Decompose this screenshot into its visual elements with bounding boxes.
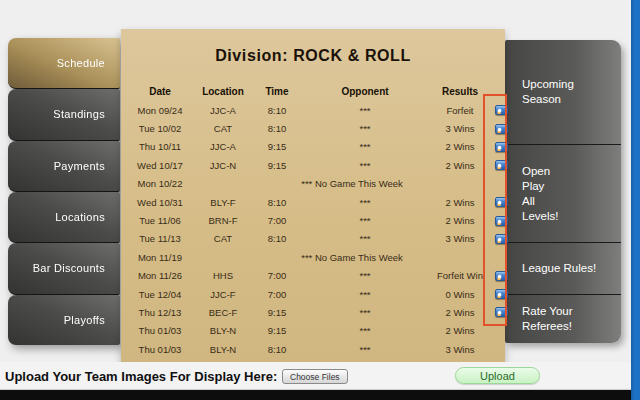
cell-time: 8:10 — [251, 123, 303, 134]
cell-opponent: *** — [303, 197, 427, 208]
column-header-opponent: Opponent — [303, 86, 427, 97]
right-panel-item-upcoming[interactable]: Upcoming Season — [505, 40, 621, 145]
cell-icon — [493, 124, 509, 134]
result-image-icon[interactable] — [495, 105, 508, 115]
result-image-icon[interactable] — [495, 197, 508, 207]
cell-opponent: *** — [303, 307, 427, 318]
division-title: Division: ROCK & ROLL — [121, 47, 505, 65]
table-row: Wed 10/17JJC-N9:15***2 Wins — [125, 156, 505, 174]
result-image-icon[interactable] — [495, 271, 508, 281]
cell-no-game-note: *** No Game This Week — [195, 178, 509, 189]
window-edge — [631, 0, 640, 400]
sidebar-item-payments[interactable]: Payments — [8, 141, 120, 192]
cell-results: 2 Wins — [427, 197, 493, 208]
cell-time: 7:00 — [251, 215, 303, 226]
table-row: Mon 11/19*** No Game This Week — [125, 248, 505, 266]
cell-date: Thu 01/03 — [125, 325, 195, 336]
cell-opponent: *** — [303, 160, 427, 171]
choose-files-button[interactable]: Choose Files — [282, 369, 348, 384]
result-image-icon[interactable] — [495, 142, 508, 152]
cell-time: 8:10 — [251, 344, 303, 355]
right-panel-item-rate-your-label: Rate Your Referees! — [522, 304, 573, 334]
cell-results: 2 Wins — [427, 307, 493, 318]
result-image-icon[interactable] — [495, 124, 508, 134]
column-header-time: Time — [251, 86, 303, 97]
schedule-table-body: Mon 09/24JJC-A8:10***ForfeitTue 10/02CAT… — [125, 101, 505, 358]
upload-bar: Upload Your Team Images For Display Here… — [0, 362, 631, 388]
cell-time: 8:10 — [251, 233, 303, 244]
cell-date: Thu 12/13 — [125, 307, 195, 318]
cell-results: Forfeit — [427, 105, 493, 116]
cell-location: HHS — [195, 270, 251, 281]
app-window: ScheduleStandingsPaymentsLocationsBar Di… — [0, 0, 640, 400]
cell-opponent: *** — [303, 105, 427, 116]
cell-icon — [493, 289, 509, 299]
cell-opponent: *** — [303, 123, 427, 134]
table-row: Tue 11/06BRN-F7:00***2 Wins — [125, 211, 505, 229]
cell-results: 3 Wins — [427, 233, 493, 244]
result-image-icon[interactable] — [495, 234, 508, 244]
cell-location: JJC-A — [195, 141, 251, 152]
right-panel-item-rate-your[interactable]: Rate Your Referees! — [505, 295, 621, 343]
upload-button[interactable]: Upload — [455, 367, 540, 384]
cell-time: 7:00 — [251, 289, 303, 300]
table-header-row: DateLocationTimeOpponentResults — [125, 83, 505, 99]
right-panel-nav: Upcoming SeasonOpen Play All Levels!Leag… — [505, 40, 621, 343]
cell-time: 8:10 — [251, 105, 303, 116]
cell-opponent: *** — [303, 215, 427, 226]
cell-time: 9:15 — [251, 325, 303, 336]
cell-location: BLY-N — [195, 344, 251, 355]
cell-icon — [493, 160, 509, 170]
result-image-icon[interactable] — [495, 160, 508, 170]
cell-date: Tue 12/04 — [125, 289, 195, 300]
sidebar-item-playoffs-label: Playoffs — [64, 314, 105, 326]
cell-time: 9:15 — [251, 141, 303, 152]
cell-icon — [493, 197, 509, 207]
column-header-location: Location — [195, 86, 251, 97]
cell-results: 3 Wins — [427, 123, 493, 134]
cell-date: Mon 11/19 — [125, 252, 195, 263]
cell-icon — [493, 142, 509, 152]
cell-location: JJC-N — [195, 160, 251, 171]
right-panel-item-open-label: Open Play All Levels! — [522, 164, 558, 224]
right-panel-item-upcoming-label: Upcoming Season — [522, 77, 574, 107]
result-image-icon[interactable] — [495, 289, 508, 299]
cell-icon — [493, 234, 509, 244]
cell-date: Tue 11/06 — [125, 215, 195, 226]
cell-time: 9:15 — [251, 307, 303, 318]
right-panel-item-league-rules[interactable]: League Rules! — [505, 243, 621, 295]
sidebar-item-locations[interactable]: Locations — [8, 192, 120, 243]
cell-date: Thu 10/11 — [125, 141, 195, 152]
cell-icon — [493, 271, 509, 281]
table-row: Thu 12/13BEC-F9:15***2 Wins — [125, 303, 505, 321]
cell-results: 2 Wins — [427, 141, 493, 152]
cell-date: Tue 11/13 — [125, 233, 195, 244]
table-row: Thu 10/11JJC-A9:15***2 Wins — [125, 138, 505, 156]
cell-location: BLY-N — [195, 325, 251, 336]
sidebar-item-payments-label: Payments — [54, 160, 105, 172]
schedule-panel: Division: ROCK & ROLL DateLocationTimeOp… — [121, 29, 505, 362]
cell-date: Mon 10/22 — [125, 178, 195, 189]
column-header-results: Results — [427, 86, 493, 97]
cell-results: 0 Wins — [427, 289, 493, 300]
right-panel-item-open[interactable]: Open Play All Levels! — [505, 145, 621, 243]
table-row: Thu 01/03BLY-N9:15***2 Wins — [125, 322, 505, 340]
sidebar-item-schedule[interactable]: Schedule — [8, 38, 120, 89]
cell-date: Mon 09/24 — [125, 105, 195, 116]
cell-location: JJC-A — [195, 105, 251, 116]
cell-date: Thu 01/03 — [125, 344, 195, 355]
cell-opponent: *** — [303, 344, 427, 355]
cell-location: JJC-F — [195, 289, 251, 300]
cell-date: Wed 10/17 — [125, 160, 195, 171]
cell-opponent: *** — [303, 233, 427, 244]
sidebar-item-bar-discounts[interactable]: Bar Discounts — [8, 243, 120, 294]
cell-time: 7:00 — [251, 270, 303, 281]
result-image-icon[interactable] — [495, 216, 508, 226]
cell-icon — [493, 216, 509, 226]
sidebar-item-standings[interactable]: Standings — [8, 89, 120, 140]
result-image-icon[interactable] — [495, 307, 508, 317]
cell-location: CAT — [195, 123, 251, 134]
sidebar-item-playoffs[interactable]: Playoffs — [8, 295, 120, 345]
cell-results: 2 Wins — [427, 325, 493, 336]
cell-location: CAT — [195, 233, 251, 244]
